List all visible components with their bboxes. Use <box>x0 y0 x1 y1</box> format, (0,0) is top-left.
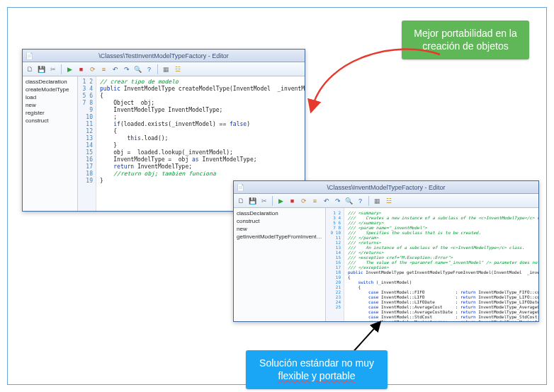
class-member-item[interactable]: construct <box>26 117 74 125</box>
blue-callout: Solución estándar no muy flexible y port… <box>246 350 388 389</box>
titlebar[interactable]: 📄 \Classes\TestInventModelTypeFactory - … <box>23 50 305 62</box>
save-icon[interactable]: 💾 <box>248 196 257 205</box>
code-line: case InventModel::FIFO : return InventMo… <box>348 289 535 294</box>
code-line: /// <summary> <box>348 210 535 215</box>
toolbar-separator <box>272 196 273 206</box>
class-member-item[interactable]: new <box>237 225 322 233</box>
code-line: case InventModel::AverageCostDate : retu… <box>348 309 535 314</box>
code-line: { <box>100 93 301 100</box>
code-line: /// </summary> <box>348 220 535 225</box>
properties-icon[interactable]: ≡ <box>99 64 108 74</box>
code-line: /// The value of the <paramref name="_in… <box>348 260 535 265</box>
line-gutter: 1 2 3 4 5 6 7 8 9 10 11 12 13 14 15 16 1… <box>326 208 344 321</box>
code-line: /// An instance of a subclass of the <c>… <box>348 245 535 250</box>
properties-icon[interactable]: ≡ <box>310 196 320 205</box>
class-member-item[interactable]: classDeclaration <box>237 209 322 217</box>
toolbar-separator <box>368 196 369 206</box>
toolbar-separator <box>157 64 158 74</box>
help-icon[interactable]: ? <box>356 196 365 205</box>
stop-icon[interactable]: ■ <box>77 64 86 74</box>
window-icon: 📄 <box>237 184 244 191</box>
class-member-item[interactable]: classDeclaration <box>26 78 74 86</box>
slide-frame: Mejor portabilidad en la creación de obj… <box>7 7 547 385</box>
code-line: /// Creates a new instance of a subclass… <box>348 215 535 220</box>
code-line: InventModelType = obj as InventModelType… <box>100 156 301 163</box>
code-line: /// <returns> <box>348 240 535 245</box>
line-gutter: 1 2 3 4 5 6 7 8 9 10 11 12 13 14 15 16 1… <box>78 76 96 211</box>
view-mode-1-icon[interactable]: ▦ <box>162 64 171 74</box>
find-icon[interactable]: 🔍 <box>133 64 142 74</box>
window-title: \Classes\TestInventModelTypeFactory - Ed… <box>98 52 229 59</box>
code-line: InventModelType InventModelType; <box>100 107 301 114</box>
window-icon: 📄 <box>26 52 33 59</box>
code-line: /// <param name="_inventModel"> <box>348 225 535 230</box>
view-mode-2-icon[interactable]: ☳ <box>173 64 182 74</box>
toolbar-separator <box>61 64 62 74</box>
code-area[interactable]: /// <summary>/// Creates a new instance … <box>344 208 538 321</box>
code-line: return InventModelType; <box>100 163 301 171</box>
code-line: public InventModelType getInventModelTyp… <box>348 270 535 275</box>
cut-icon[interactable]: ✂ <box>259 196 268 205</box>
play-icon[interactable]: ▶ <box>65 64 74 74</box>
code-line: this.load(); <box>100 135 301 142</box>
code-line: /// Specifies the subclass that is to be… <box>348 230 535 235</box>
code-line: public InventModelType createModelType(I… <box>100 86 301 93</box>
code-line: { <box>100 128 301 135</box>
code-line: { <box>348 284 535 289</box>
green-callout: Mejor portabilidad en la creación de obj… <box>402 21 529 59</box>
view-mode-1-icon[interactable]: ▦ <box>373 196 382 205</box>
undo-icon[interactable]: ↶ <box>322 196 331 205</box>
refresh-icon[interactable]: ⟳ <box>88 64 97 74</box>
new-icon[interactable]: 🗋 <box>26 64 35 74</box>
undo-icon[interactable]: ↶ <box>111 64 120 74</box>
play-icon[interactable]: ▶ <box>276 196 286 205</box>
code-line: case InventModel::LIFO : return InventMo… <box>348 294 535 299</box>
code-line: /// </returns> <box>348 250 535 255</box>
red-arrow <box>298 43 454 199</box>
blue-callout-underlined: flexible y portable <box>278 370 356 381</box>
save-icon[interactable]: 💾 <box>37 64 46 74</box>
cut-icon[interactable]: ✂ <box>48 64 57 74</box>
code-line: //return obj; tambien funciona <box>100 171 301 178</box>
code-line: ; <box>100 114 301 121</box>
titlebar[interactable]: 📄 \Classes\InventModelTypeFactory - Edit… <box>234 181 538 194</box>
new-icon[interactable]: 🗋 <box>237 196 246 205</box>
class-member-item[interactable]: new <box>26 101 74 109</box>
editor-standard-factory: 📄 \Classes\InventModelTypeFactory - Edit… <box>233 180 539 322</box>
code-line: switch (_inventModel) <box>348 279 535 284</box>
code-line: case InventModel::StdCost : return Inven… <box>348 314 535 319</box>
blue-callout-text: Solución estándar no muy <box>259 357 374 369</box>
code-line: /// </exception> <box>348 265 535 270</box>
code-line: /// </param> <box>348 235 535 240</box>
find-icon[interactable]: 🔍 <box>344 196 354 205</box>
code-line: obj = loaded.lookup(_inventModel); <box>100 149 301 156</box>
code-line: case InventModel::MovingAverage : return… <box>348 319 535 321</box>
window-title: \Classes\InventModelTypeFactory - Editor <box>327 184 445 191</box>
code-line: if(loaded.exists(_inventModel) == false) <box>100 121 301 128</box>
class-member-item[interactable]: createModelType <box>26 86 74 93</box>
class-member-item[interactable]: load <box>26 93 74 101</box>
help-icon[interactable]: ? <box>145 64 154 74</box>
redo-icon[interactable]: ↷ <box>333 196 342 205</box>
code-line: // crear tipo de modelo <box>100 79 301 86</box>
class-member-item[interactable]: getInventModelTypeFromInventModel <box>237 233 322 241</box>
class-member-item[interactable]: register <box>26 109 74 117</box>
code-line: } <box>100 142 301 149</box>
toolbar: 🗋💾✂▶■⟳≡↶↷🔍?▦☳ <box>234 194 538 208</box>
refresh-icon[interactable]: ⟳ <box>299 196 308 205</box>
code-line: case InventModel::AverageCost : return I… <box>348 304 535 309</box>
code-line: /// <exception cref="M:Exception::Error"… <box>348 255 535 260</box>
redo-icon[interactable]: ↷ <box>122 64 131 74</box>
green-callout-text: Mejor portabilidad en la creación de obj… <box>414 28 517 52</box>
code-line: case InventModel::LIFODate : return Inve… <box>348 299 535 304</box>
code-line: { <box>348 275 535 279</box>
stop-icon[interactable]: ■ <box>288 196 297 205</box>
class-member-list[interactable]: classDeclarationcreateModelTypeloadnewre… <box>23 76 78 211</box>
code-line: Object obj; <box>100 100 301 107</box>
toolbar: 🗋💾✂▶■⟳≡↶↷🔍?▦☳ <box>23 62 305 76</box>
class-member-item[interactable]: construct <box>237 217 322 225</box>
view-mode-2-icon[interactable]: ☳ <box>384 196 393 205</box>
class-member-list[interactable]: classDeclarationconstructnewgetInventMod… <box>234 208 326 321</box>
